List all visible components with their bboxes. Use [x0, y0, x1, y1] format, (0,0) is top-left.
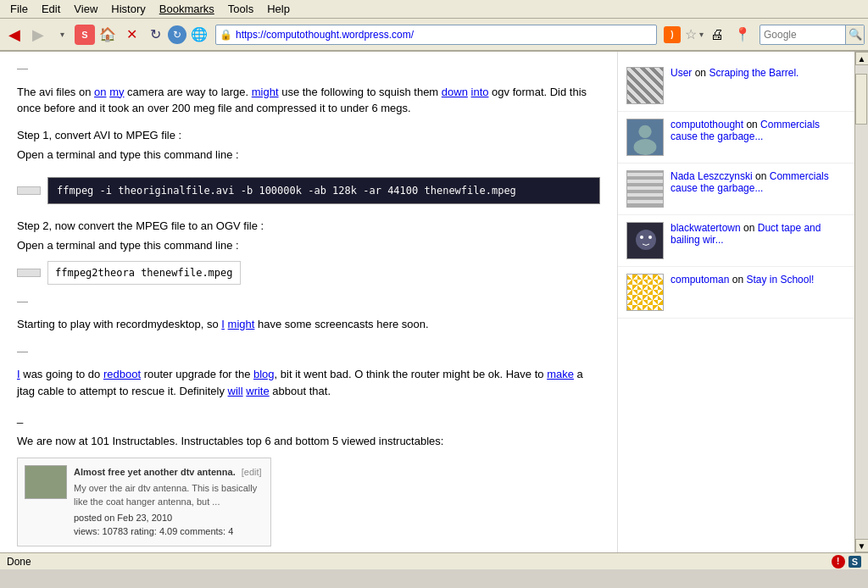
sidebar-on-1: on — [695, 67, 709, 79]
sidebar-user-3[interactable]: Nada Leszczynski — [670, 170, 753, 182]
divider-4: _ — [17, 409, 600, 426]
link-i[interactable]: I — [221, 318, 225, 330]
sidebar-comment-1: User on Scraping the Barrel. — [618, 60, 854, 112]
code-block-1[interactable]: ffmpeg -i theoriginalfile.avi -b 100000k… — [47, 177, 600, 204]
open-terminal-2: Open a terminal and type this command li… — [17, 237, 600, 254]
back-button[interactable]: ◀ — [3, 24, 25, 46]
menu-help[interactable]: Help — [260, 1, 297, 17]
open-terminal-1: Open a terminal and type this command li… — [17, 147, 600, 164]
menubar: File Edit View History Bookmarks Tools H… — [0, 0, 868, 19]
status-text: Done — [7, 556, 31, 568]
sidebar-on-4: on — [743, 222, 758, 234]
scroll-track[interactable] — [855, 65, 868, 539]
menu-tools[interactable]: Tools — [221, 1, 260, 17]
svg-point-5 — [648, 236, 652, 239]
divider-2: — — [17, 293, 600, 310]
link-might2[interactable]: might — [228, 318, 255, 330]
svg-point-3 — [636, 230, 656, 250]
paragraph-1: The avi files on on my camera are way to… — [17, 84, 600, 117]
sidebar-link-5[interactable]: Stay in School! — [746, 274, 814, 286]
instructable-info: Almost free yet another dtv antenna. [ed… — [74, 465, 264, 539]
reload-button[interactable]: ↻ — [144, 24, 166, 46]
divider-1: — — [17, 60, 600, 77]
link-i2[interactable]: I — [17, 368, 20, 380]
instructable-edit[interactable]: [edit] — [242, 467, 262, 477]
scroll-up-arrow[interactable]: ▲ — [855, 52, 869, 65]
link-make[interactable]: make — [547, 368, 574, 380]
link-into[interactable]: into — [471, 86, 489, 98]
instructable-title[interactable]: Almost free yet another dtv antenna. [ed… — [74, 465, 264, 480]
sidebar-user-5[interactable]: computoman — [670, 274, 729, 286]
search-bar: 🔍 — [760, 25, 865, 45]
sidebar-user-2[interactable]: computothought — [670, 119, 743, 130]
link-my[interactable]: my — [109, 86, 124, 98]
paragraph-2: Starting to play with recordmydesktop, s… — [17, 316, 600, 333]
scroll-down-arrow[interactable]: ▼ — [855, 539, 869, 552]
menu-view[interactable]: View — [67, 1, 104, 17]
avatar-pattern-2 — [627, 119, 663, 155]
menu-file[interactable]: File — [3, 1, 35, 17]
code-block-2[interactable]: ffmpeg2theora thenewfile.mpeg — [47, 261, 241, 285]
menu-history[interactable]: History — [104, 1, 152, 17]
link-redboot[interactable]: redboot — [103, 368, 141, 380]
toolbar: ◀ ▶ ▾ S 🏠 ✕ ↻ ↻ 🌐 🔒 ) ☆ ▾ 🖨 📍 — [0, 19, 868, 51]
bookmark-dropdown[interactable]: ▾ — [699, 30, 704, 39]
sidebar-on-2: on — [746, 119, 760, 130]
svg-point-0 — [638, 125, 651, 138]
address-bar: 🔒 — [215, 25, 657, 45]
code-line-num-2 — [17, 269, 41, 277]
link-on[interactable]: on — [94, 86, 106, 98]
sidebar-comment-text-1: User on Scraping the Barrel. — [670, 67, 798, 79]
address-icon: 🔒 — [220, 29, 232, 41]
svg-point-1 — [634, 139, 657, 155]
forward-button[interactable]: ▶ — [27, 24, 49, 46]
code-block-1-container: ffmpeg -i theoriginalfile.avi -b 100000k… — [17, 170, 600, 211]
home-button[interactable]: 🏠 — [97, 24, 119, 46]
url-input[interactable] — [236, 29, 653, 41]
search-button[interactable]: 🔍 — [845, 25, 864, 44]
sidebar-avatar-4 — [626, 222, 664, 259]
sidebar-avatar-5 — [626, 274, 664, 311]
rss-button[interactable]: ) — [664, 26, 681, 43]
content-area: — The avi files on on my camera are way … — [0, 52, 617, 552]
sidebar-link-1[interactable]: Scraping the Barrel. — [709, 67, 798, 79]
avatar-pattern-3 — [627, 171, 663, 207]
cat-svg — [627, 223, 664, 259]
rss-icon: ) — [670, 30, 673, 39]
code-block-2-container: ffmpeg2theora thenewfile.mpeg — [17, 261, 600, 285]
sidebar-comment-text-3: Nada Leszczynski on Commercials cause th… — [670, 170, 846, 194]
instructable-views: views: 10783 rating: 4.09 comments: 4 — [74, 524, 264, 539]
sidebar-user-1[interactable]: User — [670, 67, 692, 79]
multicolor-button[interactable]: 🌐 — [188, 24, 210, 46]
link-will[interactable]: will — [228, 385, 243, 397]
menu-edit[interactable]: Edit — [35, 1, 67, 17]
avatar-checker — [627, 275, 663, 310]
scroll-thumb[interactable] — [855, 74, 867, 125]
instructable-description: My over the air dtv antenna. This is bas… — [74, 481, 264, 509]
map-button[interactable]: 📍 — [731, 23, 754, 47]
search-input[interactable] — [760, 29, 845, 41]
print-button[interactable]: 🖨 — [705, 23, 729, 47]
sidebar-avatar-3 — [626, 170, 664, 208]
stop-button[interactable]: ✕ — [120, 24, 142, 46]
link-might[interactable]: might — [252, 86, 279, 98]
avatar-dark — [627, 223, 663, 258]
person-svg — [627, 119, 663, 156]
scrollbar: ▲ ▼ — [854, 52, 868, 552]
sidebar-comment-text-5: computoman on Stay in School! — [670, 274, 814, 286]
dropdown-button[interactable]: ▾ — [51, 24, 73, 46]
statusbar: Done ! S — [0, 552, 868, 569]
sidebar: User on Scraping the Barrel. computothou… — [617, 52, 854, 552]
divider-3: — — [17, 343, 600, 360]
link-down[interactable]: down — [442, 86, 468, 98]
sidebar-user-4[interactable]: blackwatertown — [670, 222, 741, 234]
link-write[interactable]: write — [246, 385, 269, 397]
bookmark-star[interactable]: ☆ — [685, 26, 697, 42]
menu-bookmarks[interactable]: Bookmarks — [153, 1, 221, 17]
stumbleupon-button[interactable]: S — [75, 25, 95, 45]
statusbar-right: ! S — [832, 555, 861, 569]
nav-button2[interactable]: ↻ — [168, 25, 186, 44]
step-1: Step 1, convert AVI to MPEG file : — [17, 127, 600, 144]
sidebar-on-3: on — [755, 170, 770, 182]
link-blog[interactable]: blog — [253, 368, 275, 380]
